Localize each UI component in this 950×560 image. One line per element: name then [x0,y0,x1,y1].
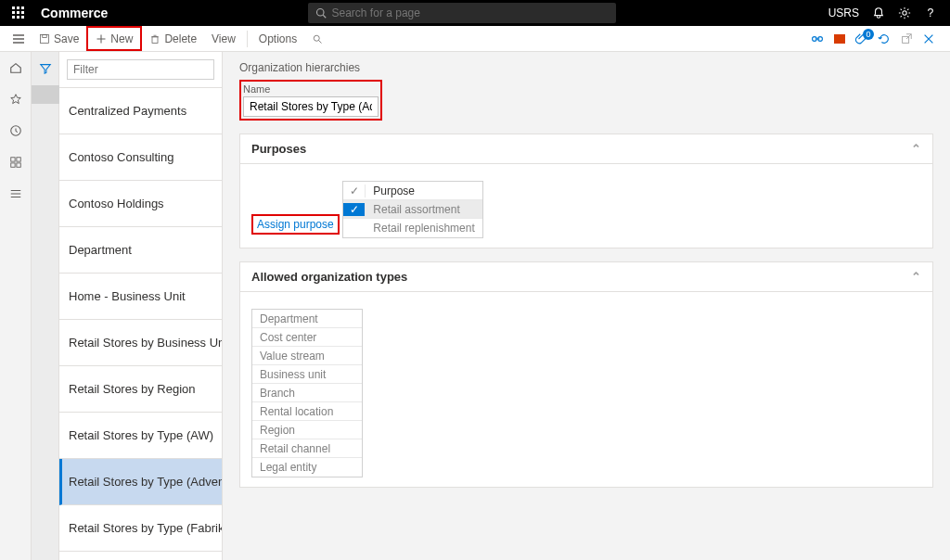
trash-icon [149,33,160,45]
waffle-icon[interactable] [0,6,37,19]
svg-point-16 [314,35,319,41]
save-label: Save [54,32,79,45]
command-bar: Save New Delete View Options [0,26,950,52]
global-search-input[interactable] [332,6,609,19]
svg-rect-15 [152,36,158,43]
options-label: Options [259,32,297,45]
view-label: View [212,32,236,45]
svg-rect-5 [21,11,24,14]
svg-rect-1 [17,6,19,9]
options-button[interactable]: Options [251,26,304,51]
save-button[interactable]: Save [32,26,86,51]
svg-point-9 [316,9,324,17]
office-icon[interactable] [833,32,846,45]
svg-line-10 [323,15,326,18]
delete-button[interactable]: Delete [142,26,204,51]
svg-rect-6 [12,16,15,19]
svg-rect-0 [12,6,15,9]
svg-point-11 [903,11,906,15]
hamburger-icon[interactable] [6,32,32,45]
new-button[interactable]: New [86,26,142,51]
refresh-icon[interactable] [878,32,891,45]
search-button[interactable] [304,26,330,51]
svg-rect-21 [834,34,845,44]
svg-rect-3 [12,11,15,14]
help-icon[interactable]: ? [924,6,937,19]
close-icon[interactable] [922,32,935,45]
search-icon [312,33,323,45]
svg-text:?: ? [928,6,934,19]
svg-rect-7 [17,16,19,19]
link-icon[interactable] [811,32,824,45]
search-icon [315,7,327,19]
svg-rect-13 [41,34,49,43]
global-search[interactable] [308,3,616,23]
user-label[interactable]: USRS [828,6,859,19]
delete-label: Delete [164,32,197,45]
plus-icon [96,33,107,45]
view-button[interactable]: View [204,26,243,51]
app-bar: Commerce USRS ? [0,0,950,26]
save-icon [39,33,50,45]
svg-rect-2 [21,6,24,9]
new-label: New [110,32,133,45]
svg-rect-4 [17,11,19,14]
app-brand: Commerce [37,6,108,20]
svg-line-17 [319,40,322,43]
svg-rect-14 [43,34,47,37]
svg-rect-8 [21,16,24,19]
attachments-icon[interactable] [855,32,868,45]
gear-icon[interactable] [898,6,911,19]
bell-icon[interactable] [872,6,885,19]
popout-icon[interactable] [900,32,913,45]
